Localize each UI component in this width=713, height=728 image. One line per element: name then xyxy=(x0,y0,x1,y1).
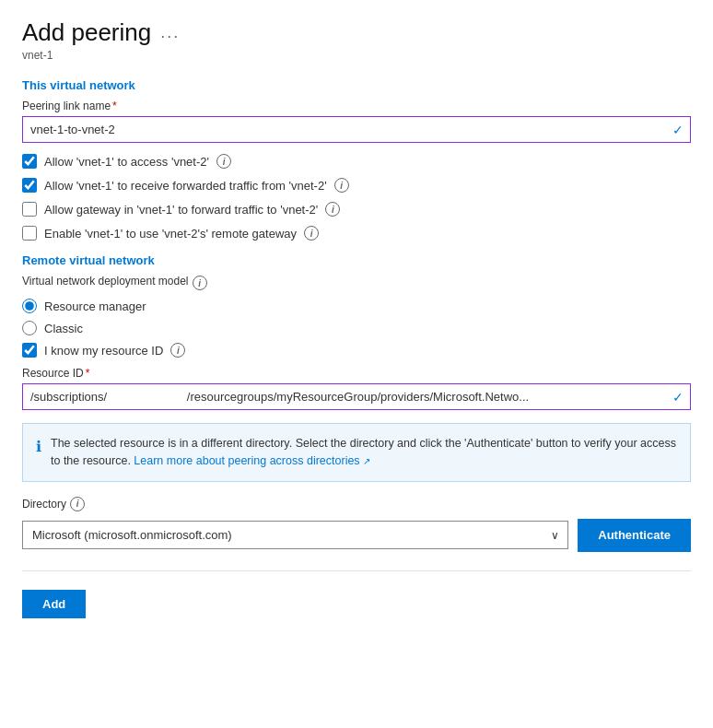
checkbox-forwarded-traffic-info-icon[interactable]: i xyxy=(334,178,349,193)
radio-resource-manager-input[interactable] xyxy=(22,299,37,313)
checkbox-know-resource-id-label: I know my resource ID xyxy=(44,344,163,358)
peering-link-name-input[interactable] xyxy=(22,116,691,143)
checkbox-gateway-forward-info-icon[interactable]: i xyxy=(325,202,340,217)
checkbox-gateway-forward-input[interactable] xyxy=(22,202,37,217)
radio-classic-label: Classic xyxy=(44,322,83,335)
checkbox-allow-access-info-icon[interactable]: i xyxy=(216,154,231,169)
checkbox-allow-access-label: Allow 'vnet-1' to access 'vnet-2' xyxy=(44,155,209,169)
directory-row: Microsoft (microsoft.onmicrosoft.com) ∨ … xyxy=(22,519,691,552)
breadcrumb: vnet-1 xyxy=(22,49,691,62)
checkbox-forwarded-traffic-input[interactable] xyxy=(22,178,37,193)
deployment-model-info-icon[interactable]: i xyxy=(193,276,207,290)
authenticate-button[interactable]: Authenticate xyxy=(578,519,691,552)
checkbox-gateway-forward-label: Allow gateway in 'vnet-1' to forward tra… xyxy=(44,203,318,217)
resource-id-field-label: Resource ID* xyxy=(22,367,691,380)
add-button[interactable]: Add xyxy=(22,590,86,618)
resource-id-wrapper: ✓ xyxy=(22,383,691,410)
directory-info-box: ℹ The selected resource is in a differen… xyxy=(22,423,691,482)
checkbox-gateway-forward: Allow gateway in 'vnet-1' to forward tra… xyxy=(22,202,691,217)
checkbox-know-resource-id-info-icon[interactable]: i xyxy=(170,343,185,358)
peering-link-name-wrapper: ✓ xyxy=(22,116,691,143)
checkbox-remote-gateway-label: Enable 'vnet-1' to use 'vnet-2's' remote… xyxy=(44,227,297,241)
radio-classic: Classic xyxy=(22,321,691,335)
peering-link-name-label: Peering link name* xyxy=(22,100,691,112)
checkbox-know-resource-id-input[interactable] xyxy=(22,343,37,358)
checkbox-remote-gateway-input[interactable] xyxy=(22,226,37,241)
directory-select-wrapper: Microsoft (microsoft.onmicrosoft.com) ∨ xyxy=(22,521,568,549)
checkbox-forwarded-traffic-label: Allow 'vnet-1' to receive forwarded traf… xyxy=(44,179,327,193)
checkbox-know-resource-id: I know my resource ID i xyxy=(22,343,691,358)
checkbox-allow-access: Allow 'vnet-1' to access 'vnet-2' i xyxy=(22,154,691,169)
resource-id-input[interactable] xyxy=(22,383,691,410)
page-title-dots: ... xyxy=(160,23,180,42)
input-valid-icon: ✓ xyxy=(672,123,684,137)
checkbox-forwarded-traffic: Allow 'vnet-1' to receive forwarded traf… xyxy=(22,178,691,193)
remote-virtual-network-label: Remote virtual network xyxy=(22,253,691,267)
this-virtual-network-label: This virtual network xyxy=(22,78,691,92)
resource-id-valid-icon: ✓ xyxy=(672,390,684,405)
info-box-icon: ℹ xyxy=(36,436,41,458)
checkbox-remote-gateway-info-icon[interactable]: i xyxy=(304,226,319,241)
external-link-icon: ↗ xyxy=(363,456,370,466)
info-box-content: The selected resource is in a different … xyxy=(51,435,677,470)
bottom-divider xyxy=(22,570,691,571)
directory-label: Directory i xyxy=(22,497,691,511)
radio-resource-manager-label: Resource manager xyxy=(44,299,146,313)
radio-classic-input[interactable] xyxy=(22,321,37,335)
page-title: Add peering xyxy=(22,18,151,47)
checkbox-allow-access-input[interactable] xyxy=(22,154,37,169)
directory-select[interactable]: Microsoft (microsoft.onmicrosoft.com) xyxy=(22,521,568,549)
directory-info-icon[interactable]: i xyxy=(70,497,85,511)
info-box-link[interactable]: Learn more about peering across director… xyxy=(134,454,370,467)
deployment-model-label: Virtual network deployment model xyxy=(22,275,189,288)
radio-resource-manager: Resource manager xyxy=(22,299,691,313)
checkbox-remote-gateway: Enable 'vnet-1' to use 'vnet-2's' remote… xyxy=(22,226,691,241)
